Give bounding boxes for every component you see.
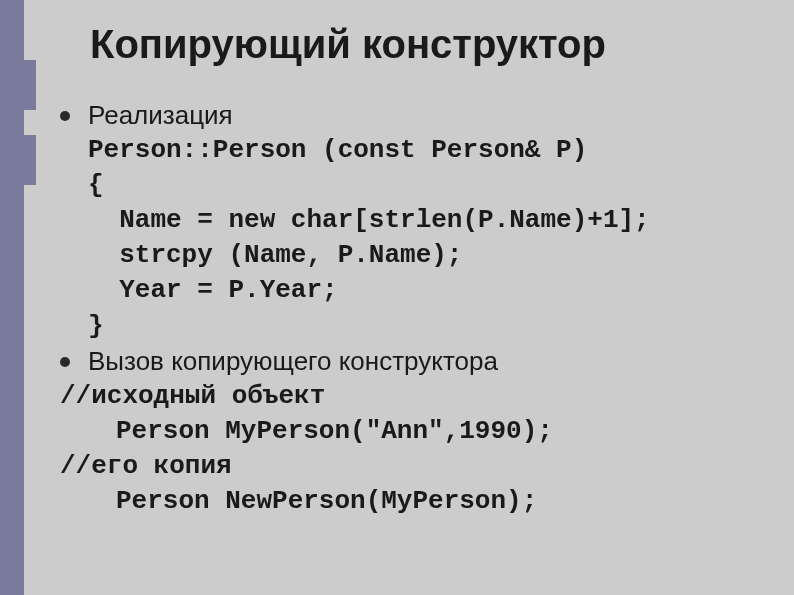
code-comment: //его копия (60, 449, 774, 484)
slide-title: Копирующий конструктор (90, 22, 606, 67)
bullet-text: Вызов копирующего конструктора (88, 344, 498, 379)
slide: Копирующий конструктор Реализация Person… (0, 0, 794, 595)
bullet-item: Вызов копирующего конструктора (60, 344, 774, 379)
bullet-icon (60, 111, 70, 121)
bullet-text: Реализация (88, 98, 233, 133)
code-line: Person NewPerson(MyPerson); (116, 484, 774, 519)
code-line: Person::Person (const Person& P) (88, 135, 587, 165)
bullet-icon (60, 357, 70, 367)
code-block: Person::Person (const Person& P) { Name … (88, 133, 774, 344)
code-line: } (88, 311, 104, 341)
code-line: Person MyPerson("Ann",1990); (116, 414, 774, 449)
code-line: { (88, 170, 104, 200)
bullet-item: Реализация (60, 98, 774, 133)
code-comment: //исходный объект (60, 379, 774, 414)
sidebar-notch (24, 135, 36, 185)
code-line: strcpy (Name, P.Name); (88, 240, 462, 270)
sidebar-decoration (0, 0, 24, 595)
sidebar-notch (24, 60, 36, 110)
code-line: Year = P.Year; (88, 275, 338, 305)
slide-content: Реализация Person::Person (const Person&… (60, 98, 774, 519)
code-line: Name = new char[strlen(P.Name)+1]; (88, 205, 650, 235)
